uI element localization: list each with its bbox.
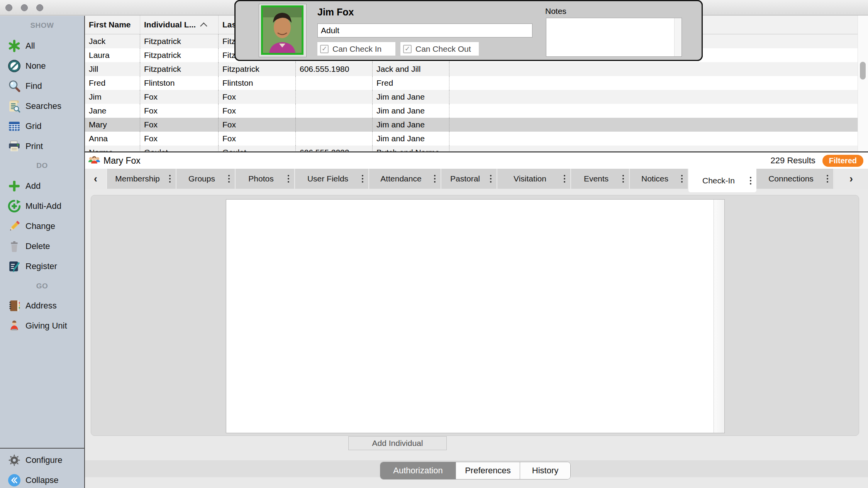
sidebar-item-label: Change <box>25 221 55 231</box>
filtered-badge[interactable]: Filtered <box>822 155 863 167</box>
tab-authorization[interactable]: Authorization <box>380 462 456 479</box>
table-scrollbar[interactable] <box>858 15 868 151</box>
sidebar-item-label: None <box>25 61 46 71</box>
individual-records-window: Individual Records SHOW All None Find Se… <box>0 0 868 488</box>
sidebar-item-label: Multi-Add <box>25 201 61 211</box>
record-name: Mary Fox <box>103 156 141 166</box>
sidebar-item-all[interactable]: All <box>0 36 84 56</box>
sidebar-item-address[interactable]: Address <box>0 296 84 316</box>
table-row[interactable]: JaneFoxFoxJim and Jane <box>85 104 858 118</box>
tabs-scroll-left-button[interactable]: ‹ <box>85 169 107 189</box>
none-icon <box>8 59 21 73</box>
sidebar-item-label: Configure <box>25 455 62 465</box>
sidebar-item-print[interactable]: Print <box>0 136 84 156</box>
tabs-scroll-right-button[interactable]: › <box>834 169 868 189</box>
column-header-first-name[interactable]: First Name <box>85 15 140 34</box>
multi-add-icon <box>8 200 21 213</box>
register-icon <box>8 260 21 273</box>
can-check-out-option[interactable]: ✓ Can Check Out <box>400 42 479 56</box>
authorization-list-panel <box>226 199 725 433</box>
person-type-input[interactable] <box>317 24 532 37</box>
tab-groups[interactable]: Groups <box>176 169 236 189</box>
table-row[interactable]: JillFitzpatrickFitzpatrick606.555.1980Ja… <box>85 62 858 76</box>
tab-preferences[interactable]: Preferences <box>456 462 520 479</box>
kebab-menu-icon[interactable] <box>362 178 363 180</box>
person-name: Jim Fox <box>317 7 354 18</box>
sidebar-section-go: GO <box>0 282 84 290</box>
tab-visitation[interactable]: Visitation <box>497 169 571 189</box>
kebab-menu-icon[interactable] <box>681 178 683 180</box>
kebab-menu-icon[interactable] <box>434 178 436 180</box>
sidebar-divider <box>0 448 85 449</box>
sidebar-item-label: Searches <box>25 101 61 111</box>
print-icon <box>8 140 21 153</box>
change-icon <box>8 220 21 233</box>
tab-membership[interactable]: Membership <box>107 169 176 189</box>
notes-scrollbar[interactable] <box>674 18 682 56</box>
configure-icon <box>8 454 21 467</box>
kebab-menu-icon[interactable] <box>827 178 828 180</box>
checkbox-checked-icon[interactable]: ✓ <box>403 45 412 53</box>
sidebar-item-label: Register <box>25 261 57 271</box>
sidebar-item-label: Add <box>25 181 41 191</box>
sidebar-item-label: All <box>25 41 35 51</box>
sidebar-item-giving-unit[interactable]: Giving Unit <box>0 316 84 336</box>
table-row-selected[interactable]: MaryFoxFoxJim and Jane <box>85 118 858 132</box>
kebab-menu-icon[interactable] <box>228 178 230 180</box>
notes-field[interactable] <box>546 18 682 57</box>
tab-user-fields[interactable]: User Fields <box>295 169 369 189</box>
tab-history[interactable]: History <box>520 462 570 479</box>
tab-check-in[interactable]: Check-In <box>688 169 756 192</box>
sidebar-item-find[interactable]: Find <box>0 76 84 96</box>
kebab-menu-icon[interactable] <box>622 178 624 180</box>
kebab-menu-icon[interactable] <box>169 178 171 180</box>
chevron-right-icon: › <box>849 173 853 185</box>
sidebar-item-searches[interactable]: Searches <box>0 96 84 116</box>
sidebar-item-label: Collapse <box>25 475 59 485</box>
sidebar-item-collapse[interactable]: Collapse <box>0 470 84 488</box>
sidebar-item-none[interactable]: None <box>0 56 84 76</box>
add-icon <box>8 180 21 193</box>
panel-scrollbar[interactable] <box>714 200 724 433</box>
authorization-card-jim: Jim Fox ✓ Can Check In ✓ Can Check Out N… <box>234 0 703 61</box>
column-header-individual-last[interactable]: Individual L... <box>140 15 219 34</box>
sidebar-item-delete[interactable]: Delete <box>0 236 84 256</box>
sidebar-item-configure[interactable]: Configure <box>0 450 84 470</box>
table-row[interactable]: FredFlintstonFlintstonFred <box>85 76 858 90</box>
table-row[interactable]: NormaGouletGoulet606.555.2222Butch and N… <box>85 146 858 151</box>
table-scrollbar-thumb[interactable] <box>860 62 866 80</box>
sidebar-item-multi-add[interactable]: Multi-Add <box>0 196 84 216</box>
delete-icon <box>8 240 21 253</box>
sidebar-item-register[interactable]: Register <box>0 256 84 276</box>
can-check-in-option[interactable]: ✓ Can Check In <box>317 42 395 56</box>
kebab-menu-icon[interactable] <box>750 180 751 181</box>
sidebar-item-grid[interactable]: Grid <box>0 116 84 136</box>
jim-photo[interactable] <box>261 5 303 55</box>
sidebar-item-label: Address <box>25 301 57 311</box>
results-count: 229 Results <box>771 156 815 166</box>
sidebar-section-show: SHOW <box>0 21 84 30</box>
kebab-menu-icon[interactable] <box>564 178 565 180</box>
searches-icon <box>8 100 21 113</box>
sidebar-item-label: Find <box>25 81 42 91</box>
kebab-menu-icon[interactable] <box>288 178 289 180</box>
checkbox-checked-icon[interactable]: ✓ <box>320 45 329 53</box>
people-group-icon <box>88 154 100 167</box>
tab-connections[interactable]: Connections <box>756 169 834 189</box>
table-row[interactable]: JimFoxFoxJim and Jane <box>85 90 858 104</box>
kebab-menu-icon[interactable] <box>490 178 492 180</box>
tab-pastoral[interactable]: Pastoral <box>441 169 497 189</box>
sidebar-item-add[interactable]: Add <box>0 176 84 196</box>
notes-label: Notes <box>545 7 566 16</box>
table-row[interactable]: AnnaFoxFoxJim and Jane <box>85 132 858 146</box>
tab-notices[interactable]: Notices <box>630 169 688 189</box>
tab-events[interactable]: Events <box>571 169 630 189</box>
bottom-tab-group: Authorization Preferences History <box>380 462 571 480</box>
add-individual-button[interactable]: Add Individual <box>348 436 447 450</box>
sidebar-item-change[interactable]: Change <box>0 216 84 236</box>
tab-attendance[interactable]: Attendance <box>369 169 441 189</box>
tab-photos[interactable]: Photos <box>236 169 295 189</box>
address-icon <box>8 299 21 312</box>
record-header: Mary Fox 229 Results Filtered <box>85 152 868 169</box>
chevron-left-icon: ‹ <box>94 173 97 185</box>
